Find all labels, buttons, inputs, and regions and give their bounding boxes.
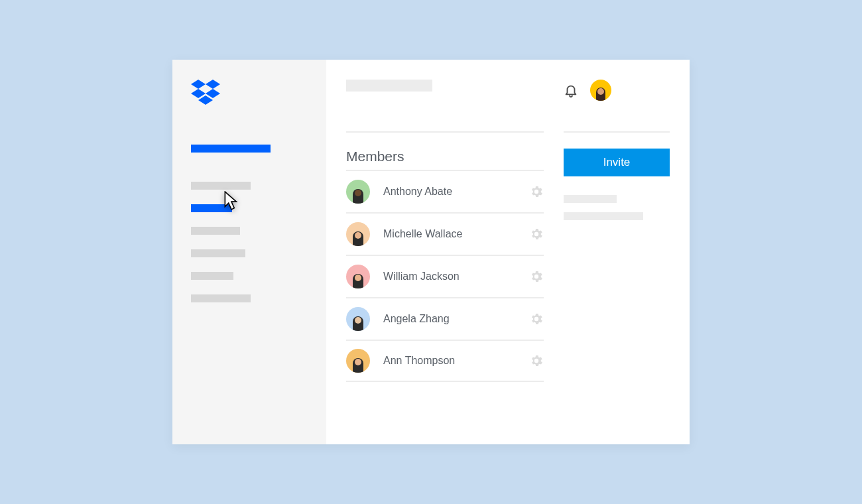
right-column: Invite — [564, 80, 670, 431]
svg-marker-1 — [206, 80, 220, 89]
sidebar-primary-item[interactable] — [191, 145, 271, 153]
user-avatar[interactable] — [590, 80, 611, 101]
member-name: William Jackson — [383, 271, 529, 283]
sidebar-item-active[interactable] — [191, 204, 232, 212]
member-row: William Jackson — [346, 255, 544, 297]
divider — [564, 131, 670, 133]
svg-marker-3 — [206, 89, 220, 98]
member-name: Ann Thompson — [383, 355, 529, 367]
center-column: Members Anthony AbateMichelle WallaceWil… — [346, 80, 564, 431]
member-list: Anthony AbateMichelle WallaceWilliam Jac… — [346, 170, 544, 382]
member-avatar — [346, 222, 370, 246]
invite-button[interactable]: Invite — [564, 149, 670, 176]
member-settings-gear-icon[interactable] — [529, 269, 544, 284]
member-settings-gear-icon[interactable] — [529, 312, 544, 326]
member-avatar — [346, 349, 370, 373]
notifications-bell-icon[interactable] — [564, 82, 578, 98]
svg-marker-2 — [191, 89, 206, 98]
side-placeholder — [564, 212, 643, 220]
header-right — [564, 80, 670, 131]
member-avatar — [346, 307, 370, 331]
main-content: Members Anthony AbateMichelle WallaceWil… — [326, 60, 690, 444]
svg-marker-4 — [198, 95, 213, 105]
divider — [346, 131, 544, 133]
member-settings-gear-icon[interactable] — [529, 227, 544, 241]
sidebar-item[interactable] — [191, 294, 251, 302]
dropbox-logo-icon — [191, 80, 220, 106]
member-settings-gear-icon[interactable] — [529, 184, 544, 199]
page-header — [346, 80, 544, 131]
section-title: Members — [346, 149, 544, 164]
member-row: Angela Zhang — [346, 297, 544, 340]
side-placeholder — [564, 195, 617, 203]
member-row: Anthony Abate — [346, 170, 544, 212]
svg-marker-0 — [191, 80, 206, 89]
member-name: Anthony Abate — [383, 186, 529, 198]
page-title-placeholder — [346, 80, 432, 92]
app-window: Members Anthony AbateMichelle WallaceWil… — [172, 60, 690, 444]
member-row: Michelle Wallace — [346, 212, 544, 255]
member-settings-gear-icon[interactable] — [529, 353, 544, 368]
member-row: Ann Thompson — [346, 340, 544, 382]
sidebar-item[interactable] — [191, 227, 240, 235]
member-avatar — [346, 265, 370, 288]
member-name: Michelle Wallace — [383, 228, 529, 240]
sidebar — [172, 60, 326, 444]
sidebar-item[interactable] — [191, 272, 233, 280]
member-avatar — [346, 180, 370, 204]
sidebar-item[interactable] — [191, 182, 251, 190]
member-name: Angela Zhang — [383, 313, 529, 325]
sidebar-item[interactable] — [191, 249, 245, 257]
sidebar-nav — [191, 182, 308, 317]
